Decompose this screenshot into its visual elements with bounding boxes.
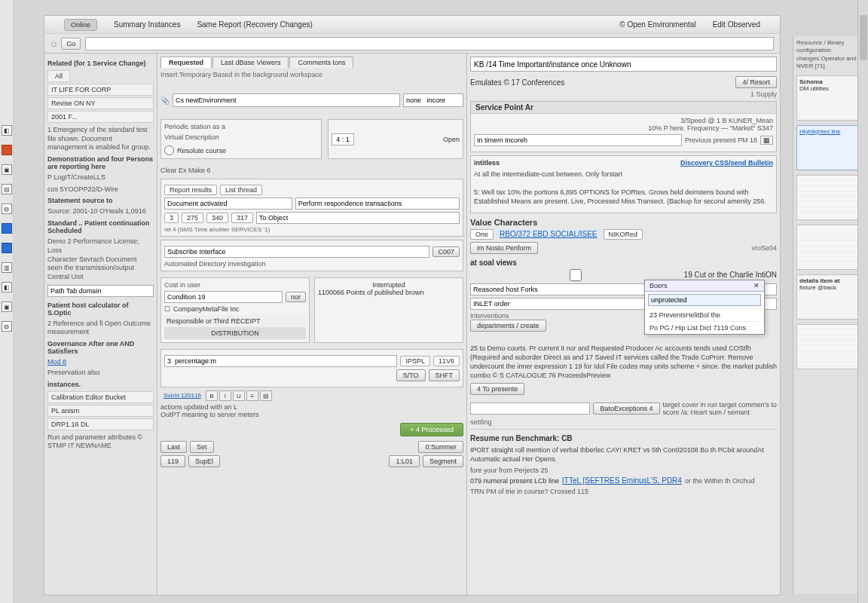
- text-input[interactable]: [164, 197, 292, 210]
- sidebar-item[interactable]: DRP1.16 DL: [47, 418, 154, 430]
- dock-icon[interactable]: [2, 145, 12, 155]
- menu-item[interactable]: Edit Observed: [713, 20, 760, 29]
- sidebar-item[interactable]: 2001 F...: [47, 111, 154, 123]
- table-label: Clear Ex Make 6: [160, 167, 463, 174]
- go-button[interactable]: Go: [61, 38, 81, 50]
- text-input[interactable]: [256, 212, 460, 224]
- action-button[interactable]: SHFT: [429, 369, 460, 381]
- num-cell[interactable]: 317: [231, 213, 253, 223]
- text-input[interactable]: [164, 291, 283, 303]
- row-subtext: OutPT meaning to server meters: [160, 411, 463, 418]
- toolbar-button[interactable]: B: [206, 390, 218, 401]
- field-note: Previous present PM 18: [685, 136, 757, 144]
- ratio-input[interactable]: [332, 133, 354, 145]
- sidebar-item[interactable]: Revise ON NY: [47, 97, 154, 109]
- filter-all[interactable]: All: [47, 70, 70, 82]
- card-link[interactable]: Highlighted link: [799, 128, 840, 135]
- popup-item[interactable]: 23 PreventsHelitBol the: [645, 308, 764, 321]
- nav-button[interactable]: 1:L01: [389, 455, 420, 467]
- dock-icon[interactable]: ▣: [2, 164, 12, 175]
- dock-icon[interactable]: ◍: [2, 204, 12, 214]
- tab-requested[interactable]: Requested: [160, 57, 212, 68]
- sidebar-item[interactable]: IT LIFE FOR CORP: [47, 84, 154, 96]
- exceptions-button[interactable]: BatoExceptions 4: [593, 403, 659, 415]
- sidebar-text: Source: 2001-10 O'Heals 1,0916: [47, 207, 154, 216]
- checkbox-icon[interactable]: ☐: [164, 305, 170, 313]
- nav-button[interactable]: SupEl: [188, 455, 220, 467]
- detail-title-input[interactable]: [470, 57, 777, 72]
- dock-icon[interactable]: ◧: [2, 282, 12, 292]
- scrollbar-thumb[interactable]: [860, 15, 867, 60]
- tab-viewers[interactable]: Last dBase Viewers: [212, 57, 289, 68]
- action-button[interactable]: S/TO: [396, 369, 426, 381]
- list-item[interactable]: Responsible or Third RECEIPT: [164, 315, 306, 327]
- cell[interactable]: One: [470, 229, 494, 240]
- option-radio[interactable]: [164, 145, 174, 155]
- process-button[interactable]: + 4 Processed: [400, 423, 463, 436]
- num-cell[interactable]: 340: [206, 213, 228, 223]
- nav-button[interactable]: Set: [190, 441, 214, 453]
- text-input[interactable]: [295, 197, 460, 210]
- main-window: Online Summary Instances Same Report (Re…: [44, 15, 781, 595]
- close-icon[interactable]: ✕: [753, 282, 760, 289]
- text-input[interactable]: [474, 134, 682, 146]
- doc-icon[interactable]: ▦: [760, 136, 773, 145]
- open-button[interactable]: Open: [443, 136, 460, 143]
- dock-icon[interactable]: ◧: [2, 125, 12, 136]
- dock-icon[interactable]: ▥: [2, 262, 12, 273]
- toolbar-button[interactable]: ▤: [260, 390, 272, 401]
- rail-card: [796, 225, 865, 270]
- popup-item[interactable]: Po PG / Hip List Dict 7119 Cons: [645, 321, 764, 334]
- num-cell[interactable]: 275: [182, 213, 203, 223]
- text-input[interactable]: [470, 403, 590, 415]
- dock-icon[interactable]: ▤: [2, 184, 12, 194]
- toolbar-button[interactable]: ≡: [246, 390, 258, 401]
- panel-link[interactable]: Discovery CSS/send Bulletin: [680, 159, 773, 167]
- sidebar-item[interactable]: Calibration Editor Bucket: [47, 391, 154, 403]
- main-pane: Requested Last dBase Viewers Comments to…: [157, 54, 466, 595]
- dock-icon[interactable]: [2, 243, 12, 253]
- resort-button[interactable]: 4/ Resort: [735, 76, 777, 88]
- nav-button[interactable]: 0:Summer: [418, 441, 463, 453]
- list-item[interactable]: DISTRIBUTION: [164, 327, 306, 339]
- list-item[interactable]: Interrupted: [318, 281, 460, 289]
- nav-button[interactable]: Last: [160, 441, 187, 453]
- env-config-value[interactable]: [403, 93, 463, 107]
- section-meta: 3/Speed @ 1 B KUNER_Mean 10% P here. Fre…: [474, 117, 773, 132]
- sidebar-item[interactable]: PL anism: [47, 405, 154, 417]
- panel-label: Virtual Description: [164, 133, 318, 141]
- toggle-button[interactable]: nor: [286, 292, 306, 302]
- toolbar-button[interactable]: I: [219, 390, 231, 401]
- attachment-icon[interactable]: 📎: [160, 96, 170, 105]
- menu-item[interactable]: © Open Environmental: [619, 20, 695, 29]
- link-pill[interactable]: RBO/372 EBD SOCIAL/ISEE: [497, 229, 601, 239]
- toolbar-link[interactable]: SubId 120116: [160, 390, 204, 401]
- create-button[interactable]: departments / create: [470, 320, 546, 332]
- dock-icon[interactable]: ▣: [2, 302, 12, 312]
- sidebar-link[interactable]: Mod 8: [47, 358, 66, 366]
- nav-button[interactable]: 119: [160, 455, 185, 467]
- detail-link[interactable]: ITTeL [SEFTRES EminusL'S, PDR4: [562, 476, 682, 485]
- toolbar-button[interactable]: U: [233, 390, 245, 401]
- format-toolbar: SubId 120116 B I U ≡ ▤: [160, 390, 463, 401]
- scrollbar[interactable]: [857, 0, 868, 603]
- code-button[interactable]: C007: [432, 246, 460, 257]
- tab-comments[interactable]: Comments tons: [289, 57, 353, 68]
- popup-search-input[interactable]: [648, 294, 761, 306]
- path-input[interactable]: [47, 285, 154, 297]
- nav-button[interactable]: Segment: [423, 455, 463, 467]
- dock-icon[interactable]: [2, 223, 12, 234]
- menu-item[interactable]: Summary Instances: [114, 20, 180, 29]
- help-icon[interactable]: ○: [50, 38, 57, 50]
- status-pill[interactable]: Online: [64, 19, 97, 31]
- rail-card: [796, 324, 865, 369]
- search-input[interactable]: [85, 37, 774, 51]
- text-input[interactable]: [164, 355, 397, 367]
- list-item[interactable]: 1100066 Points of published brown: [318, 289, 460, 296]
- num-cell[interactable]: 3: [164, 213, 179, 223]
- present-button[interactable]: 4 To presente: [470, 383, 524, 395]
- perform-button[interactable]: im Nosto Penform: [470, 242, 538, 254]
- dock-icon[interactable]: ◍: [2, 321, 12, 332]
- text-input[interactable]: [164, 246, 429, 258]
- menu-item[interactable]: Same Report (Recovery Changes): [197, 20, 312, 29]
